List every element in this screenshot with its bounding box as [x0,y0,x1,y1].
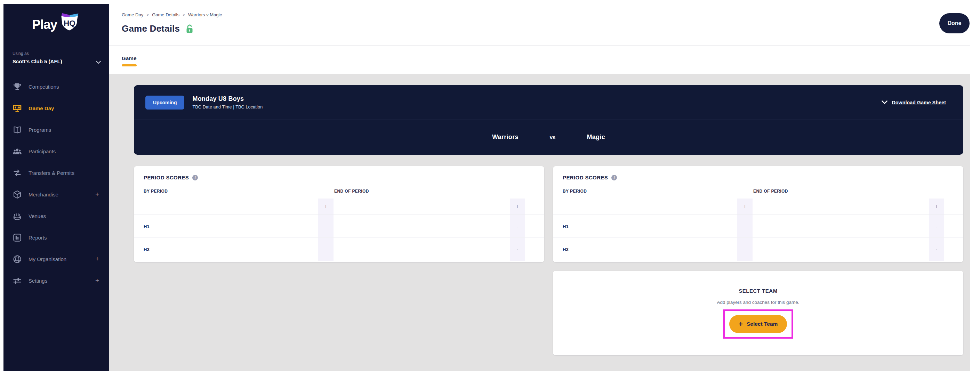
by-period-label: BY PERIOD [563,189,587,194]
breadcrumb: Game Day > Game Details > Warriors v Mag… [122,12,970,17]
info-icon[interactable]: i [611,175,617,180]
annotation-highlight-box: + Select Team [723,309,794,339]
game-date-location: TBC Date and Time | TBC Location [192,105,262,110]
globe-icon [13,254,22,264]
by-period-label: BY PERIOD [144,189,168,194]
total-column-header: T [929,204,944,209]
sidebar-item-reports[interactable]: Reports [3,227,109,248]
period-scores-card-away: PERIOD SCORES i BY PERIOD END OF PERIOD … [553,166,963,262]
scoreboard-icon [13,103,22,113]
unlocked-icon [185,24,194,34]
sidebar-item-game-day[interactable]: Game Day [3,97,109,119]
sidebar-item-transfers-permits[interactable]: Transfers & Permits [3,162,109,184]
expand-plus-icon[interactable]: + [95,191,99,198]
sidebar-item-my-organisation[interactable]: My Organisation + [3,248,109,270]
table-row-h2: H2 - [553,238,963,261]
period-scores-table: T T H1 - H2 - [553,199,963,261]
page-header: Game Day > Game Details > Warriors v Mag… [109,4,970,45]
playhq-wordmark: Play [32,17,57,32]
table-row-h2: H2 - [134,238,544,261]
content-area: Upcoming Monday U8 Boys TBC Date and Tim… [109,74,970,371]
chevron-down-icon [95,60,101,65]
period-label: H1 [144,224,150,229]
total-column-header: T [737,204,752,209]
chevron-down-icon [881,100,888,105]
stadium-icon [13,211,22,221]
sidebar-item-settings[interactable]: Settings + [3,270,109,291]
select-team-card: SELECT TEAM Add players and coaches for … [553,271,963,355]
breadcrumb-separator: > [146,13,149,17]
table-header-row: T T [553,199,963,215]
game-banner: Upcoming Monday U8 Boys TBC Date and Tim… [134,85,963,155]
info-icon[interactable]: i [192,175,198,180]
org-switcher[interactable]: Using as Scott's Club 5 (AFL) [3,45,109,72]
table-row-h1: H1 - [553,215,963,238]
end-of-period-total: - [929,224,944,229]
bar-chart-icon [13,233,22,242]
using-as-label: Using as [13,51,100,56]
period-scores-title: PERIOD SCORES [563,175,608,180]
breadcrumb-warriors-v-magic[interactable]: Warriors v Magic [188,12,222,17]
sidebar-item-label: Settings [29,278,47,284]
sidebar-item-label: Venues [29,213,46,219]
sidebar-item-merchandise[interactable]: Merchandise + [3,184,109,205]
sidebar-item-label: Participants [29,148,56,154]
select-team-title: SELECT TEAM [739,288,777,294]
sidebar-item-label: Transfers & Permits [29,170,75,176]
tab-bar: Game [109,45,970,74]
total-column-header: T [318,204,334,209]
end-of-period-total: - [510,247,525,252]
download-game-sheet[interactable]: Download Game Sheet [881,100,946,105]
book-icon [13,125,22,135]
sidebar-item-label: Programs [29,127,51,133]
end-of-period-label: END OF PERIOD [334,189,369,194]
people-icon [13,147,22,156]
sidebar-item-label: Game Day [29,105,54,111]
tab-game-label: Game [122,55,137,61]
transfer-arrows-icon [13,168,22,178]
vs-label: vs [550,134,556,140]
expand-plus-icon[interactable]: + [95,277,99,285]
period-label: H2 [563,247,569,252]
total-column-header: T [510,204,525,209]
sidebar-item-programs[interactable]: Programs [3,119,109,140]
playhq-logo[interactable]: Play HQ [32,14,80,35]
period-scores-table: T T H1 - H2 - [134,199,544,261]
away-team-name: Magic [587,134,605,141]
sidebar-item-label: Reports [29,235,47,240]
sidebar-item-label: Competitions [29,84,59,90]
period-scores-card-home: PERIOD SCORES i BY PERIOD END OF PERIOD … [134,166,544,262]
select-team-button[interactable]: + Select Team [729,315,788,333]
game-title: Monday U8 Boys [192,95,262,103]
breadcrumb-game-day[interactable]: Game Day [122,12,143,17]
done-button[interactable]: Done [939,13,970,33]
download-game-sheet-link[interactable]: Download Game Sheet [892,100,946,105]
end-of-period-label: END OF PERIOD [753,189,788,194]
table-header-row: T T [134,199,544,215]
home-team-name: Warriors [492,134,519,141]
period-label: H1 [563,224,569,229]
status-badge: Upcoming [145,95,184,110]
tab-game[interactable]: Game [122,55,137,67]
trophy-icon [13,82,22,91]
sliders-icon [13,276,22,285]
period-scores-title: PERIOD SCORES [144,175,189,180]
sidebar-item-label: Merchandise [29,192,59,197]
sidebar-item-participants[interactable]: Participants [3,140,109,162]
breadcrumb-game-details[interactable]: Game Details [152,12,180,17]
game-banner-header: Upcoming Monday U8 Boys TBC Date and Tim… [134,85,963,120]
sidebar-item-competitions[interactable]: Competitions [3,76,109,97]
sidebar-item-venues[interactable]: Venues [3,205,109,227]
active-tab-underline [122,64,137,67]
table-row-h1: H1 - [134,215,544,238]
sidebar: Play HQ Using as Scott's Club 5 (AFL) [3,4,109,371]
playhq-shield-icon: HQ [58,12,80,33]
box-icon [13,190,22,199]
org-name: Scott's Club 5 (AFL) [13,59,100,64]
sidebar-logo-area: Play HQ [3,4,109,45]
matchup-row: Warriors vs Magic [134,120,963,154]
main-area: Game Day > Game Details > Warriors v Mag… [109,4,970,371]
end-of-period-total: - [510,224,525,229]
end-of-period-total: - [929,247,944,252]
expand-plus-icon[interactable]: + [95,255,99,263]
